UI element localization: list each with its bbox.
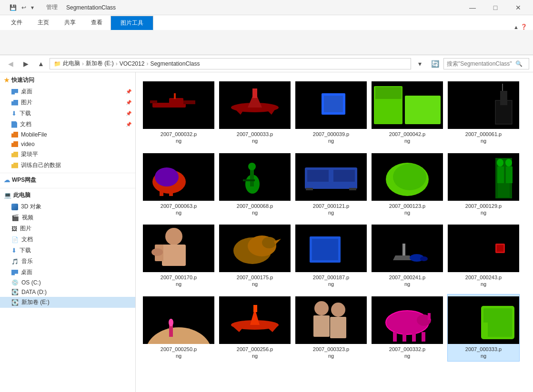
svg-point-83: [331, 303, 345, 317]
sidebar-item-mobilefile[interactable]: MobileFile: [0, 130, 135, 139]
svg-rect-18: [375, 87, 402, 99]
file-item-f5[interactable]: 2007_000061.png: [447, 79, 520, 147]
svg-point-66: [420, 256, 428, 261]
file-item-f4[interactable]: 2007_000042.png: [371, 79, 443, 147]
search-input[interactable]: [447, 60, 513, 67]
sidebar-item-video[interactable]: video: [0, 139, 135, 149]
wps-section: ☁ WPS网盘: [0, 174, 135, 186]
sidebar-bottom-space: [0, 310, 135, 348]
file-item-f10[interactable]: 2007_000129.png: [447, 151, 520, 219]
title-bar-manage-label: 管理: [46, 3, 58, 11]
mobilefile-folder-icon: [11, 132, 18, 137]
sidebar-item-pictures-pc[interactable]: 🖼 图片: [0, 223, 135, 234]
file-name-f5: 2007_000061.png: [465, 131, 502, 145]
file-name-f12: 2007_000175.png: [237, 274, 273, 288]
file-item-f15[interactable]: 2007_000243.png: [447, 222, 520, 290]
file-item-f20[interactable]: 2007_000333.png: [447, 294, 520, 362]
sidebar-item-desktop-pc[interactable]: 桌面: [0, 267, 135, 278]
sidebar-item-new-e[interactable]: 💽 新加卷 (E:): [0, 297, 135, 308]
file-item-f17[interactable]: 2007_000256.png: [219, 294, 291, 362]
pc-header[interactable]: 💻 此电脑: [0, 189, 135, 201]
sidebar-item-liangyp[interactable]: 梁琰平: [0, 149, 135, 160]
path-part-voc[interactable]: VOC2012: [120, 60, 145, 67]
file-item-f12[interactable]: 2007_000175.png: [219, 222, 291, 290]
file-name-f10: 2007_000129.png: [465, 203, 502, 216]
download-icon: ⬇: [11, 110, 17, 117]
cloud-icon: ☁: [4, 176, 10, 184]
forward-button[interactable]: ▶: [19, 57, 32, 70]
sidebar-item-os-c[interactable]: 💿 OS (C:): [0, 278, 135, 287]
ribbon-collapse-btn[interactable]: ▲: [513, 24, 519, 30]
address-path[interactable]: 📁 此电脑 › 新加卷 (E:) › VOC2012 › Segmentatio…: [50, 58, 411, 69]
file-item-f14[interactable]: 2007_000241.png: [371, 222, 443, 290]
maximize-button[interactable]: □: [484, 0, 506, 15]
back-button[interactable]: ◀: [4, 57, 17, 70]
download2-icon: ⬇: [11, 247, 17, 254]
tab-home[interactable]: 主页: [30, 15, 56, 30]
sidebar-item-docs-quick[interactable]: 文档 📌: [0, 119, 135, 130]
content-area: 2007_000032.png 20: [136, 72, 533, 392]
minimize-button[interactable]: —: [462, 0, 483, 15]
up-button[interactable]: ▲: [34, 57, 48, 70]
sidebar-item-3d[interactable]: 3D 对象: [0, 201, 135, 212]
tab-image-tools[interactable]: 图片工具: [111, 16, 153, 30]
undo-qs-btn[interactable]: ↩: [20, 3, 28, 12]
file-name-f2: 2007_000033.png: [237, 131, 273, 145]
pc-label: 此电脑: [13, 191, 30, 199]
file-item-f8[interactable]: 2007_000121.png: [295, 151, 367, 219]
file-item-f6[interactable]: 2007_000063.png: [142, 151, 215, 219]
file-item-f16[interactable]: 2007_000250.png: [142, 294, 215, 362]
file-item-f2[interactable]: 2007_000033.png: [219, 79, 291, 147]
svg-point-57: [262, 237, 276, 248]
file-item-f19[interactable]: 2007_000332.png: [371, 294, 443, 362]
sidebar-item-music[interactable]: 🎵 音乐: [0, 256, 135, 267]
file-item-f7[interactable]: 2007_000068.png: [219, 151, 291, 219]
svg-rect-27: [169, 189, 173, 196]
tab-view[interactable]: 查看: [84, 15, 110, 30]
file-item-f13[interactable]: 2007_000187.png: [295, 222, 367, 290]
svg-rect-36: [333, 170, 355, 182]
sidebar-item-video-pc[interactable]: 🎬 视频: [0, 212, 135, 223]
sidebar-item-desktop-quick[interactable]: 桌面 📌: [0, 86, 135, 97]
file-item-f18[interactable]: 2007_000323.png: [295, 294, 367, 362]
file-grid: 2007_000032.png 20: [141, 77, 528, 363]
sidebar-item-data-d[interactable]: 💽 DATA (D:): [0, 287, 135, 297]
search-box[interactable]: 🔍: [443, 58, 529, 69]
desktop-icon: [11, 89, 18, 95]
svg-rect-37: [306, 188, 313, 190]
file-item-f11[interactable]: 2007_000170.png: [142, 222, 215, 290]
sidebar-item-pictures-quick[interactable]: 图片 📌: [0, 97, 135, 108]
sidebar-item-downloads-pc[interactable]: ⬇ 下载: [0, 245, 135, 256]
sidebar-item-train-data[interactable]: 训练自己的数据: [0, 160, 135, 171]
drive-os-icon: 💿: [11, 279, 19, 286]
tab-file[interactable]: 文件: [4, 15, 30, 30]
liangyp-folder-icon: [11, 152, 18, 157]
close-button[interactable]: ✕: [507, 0, 529, 15]
quick-access-header[interactable]: ★ 快速访问: [0, 74, 135, 86]
path-part-drive[interactable]: 新加卷 (E:): [86, 59, 114, 68]
path-part-pc[interactable]: 此电脑: [63, 59, 80, 68]
content-scroll[interactable]: 2007_000032.png 20: [136, 72, 533, 392]
file-name-f14: 2007_000241.png: [389, 274, 425, 288]
file-thumb-f10: [448, 153, 519, 201]
file-item-f1[interactable]: 2007_000032.png: [142, 79, 215, 147]
wps-header[interactable]: ☁ WPS网盘: [0, 174, 135, 186]
path-part-segmentation[interactable]: SegmentationClass: [150, 60, 200, 67]
svg-rect-5: [174, 93, 176, 99]
file-item-f9[interactable]: 2007_000123.png: [371, 151, 443, 219]
refresh-btn[interactable]: 🔄: [428, 57, 442, 70]
save-qs-btn[interactable]: 💾: [8, 3, 19, 12]
tab-share[interactable]: 共享: [57, 15, 83, 30]
file-name-f15: 2007_000243.png: [465, 274, 502, 288]
qs-dropdown-btn[interactable]: ▾: [29, 3, 36, 12]
address-bar: ◀ ▶ ▲ 📁 此电脑 › 新加卷 (E:) › VOC2012 › Segme…: [0, 55, 533, 72]
svg-rect-96: [482, 323, 488, 337]
ribbon-help-btn[interactable]: ❓: [521, 24, 527, 30]
sidebar-item-docs-pc[interactable]: 📄 文档: [0, 234, 135, 245]
doc-icon: 📄: [11, 236, 19, 243]
svg-rect-4: [150, 100, 157, 103]
path-dropdown-btn[interactable]: ▾: [413, 57, 426, 70]
svg-rect-32: [243, 179, 255, 181]
sidebar-item-downloads-quick[interactable]: ⬇ 下载 📌: [0, 108, 135, 119]
file-item-f3[interactable]: 2007_000039.png: [295, 79, 367, 147]
